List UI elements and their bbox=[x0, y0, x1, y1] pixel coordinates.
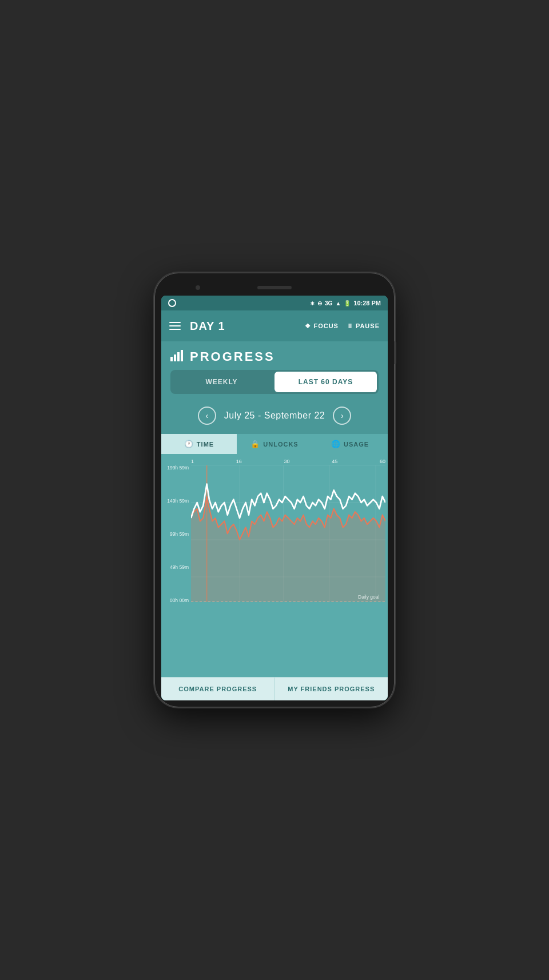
y-label-49: 49h 59m bbox=[166, 565, 189, 570]
time-tab[interactable]: 🕐 TIME bbox=[161, 434, 237, 454]
x-label-30: 30 bbox=[284, 459, 289, 464]
progress-title: PROGRESS bbox=[190, 349, 275, 364]
x-label-45: 45 bbox=[332, 459, 337, 464]
x-label-16: 16 bbox=[236, 459, 242, 464]
date-range: July 25 - September 22 bbox=[224, 411, 325, 421]
metric-tabs: 🕐 TIME 🔒 UNLOCKS 🌐 USAGE bbox=[161, 434, 388, 454]
clock-icon: 🕐 bbox=[184, 440, 194, 448]
focus-icon: ❖ bbox=[305, 322, 311, 330]
x-label-60: 60 bbox=[380, 459, 385, 464]
y-label-199: 199h 59m bbox=[166, 465, 189, 471]
signal-icon: ▲ bbox=[335, 300, 341, 306]
phone-shell: ∗ ⊖ 3G ▲ 🔋 10:28 PM DAY 1 ❖ FOCUS ⏸ bbox=[154, 273, 395, 707]
power-button[interactable] bbox=[394, 341, 396, 364]
y-label-149: 149h 59m bbox=[166, 499, 189, 504]
next-date-button[interactable]: › bbox=[333, 407, 351, 425]
chart-y-labels: 199h 59m 149h 59m 99h 59m 49h 59m 00h 00… bbox=[164, 465, 191, 614]
usage-tab-label: USAGE bbox=[344, 441, 369, 448]
menu-button[interactable] bbox=[169, 322, 181, 330]
last60-tab[interactable]: LAST 60 DAYS bbox=[274, 372, 377, 392]
unlocks-tab[interactable]: 🔒 UNLOCKS bbox=[237, 434, 312, 454]
dnd-icon: ⊖ bbox=[317, 300, 322, 306]
y-label-99: 99h 59m bbox=[166, 532, 189, 537]
battery-icon: 🔋 bbox=[344, 300, 351, 306]
bluetooth-icon: ∗ bbox=[310, 300, 315, 306]
date-end: September 22 bbox=[264, 411, 325, 420]
network-icon: 3G bbox=[325, 300, 332, 306]
focus-button[interactable]: ❖ FOCUS bbox=[305, 322, 339, 330]
progress-header: PROGRESS bbox=[161, 341, 388, 370]
chart-area: Daily goal bbox=[191, 465, 385, 614]
prev-date-button[interactable]: ‹ bbox=[198, 407, 216, 425]
speaker bbox=[257, 286, 292, 289]
svg-text:Daily goal: Daily goal bbox=[358, 594, 379, 600]
date-start: July 25 bbox=[224, 411, 255, 420]
chart-wrapper: 199h 59m 149h 59m 99h 59m 49h 59m 00h 00… bbox=[161, 465, 388, 614]
chart-container: 1 16 30 45 60 199h 59m 149h 59m 99h 59m … bbox=[161, 454, 388, 677]
status-right: ∗ ⊖ 3G ▲ 🔋 10:28 PM bbox=[310, 300, 381, 306]
weekly-tab[interactable]: WEEKLY bbox=[170, 370, 273, 394]
date-separator: - bbox=[258, 411, 264, 420]
compare-progress-button[interactable]: COMPARE PROGRESS bbox=[161, 678, 275, 700]
app-title: DAY 1 bbox=[190, 320, 305, 333]
period-tab-switcher: WEEKLY LAST 60 DAYS bbox=[170, 370, 379, 394]
camera bbox=[196, 285, 200, 290]
date-navigator: ‹ July 25 - September 22 › bbox=[161, 402, 388, 434]
usage-tab[interactable]: 🌐 USAGE bbox=[312, 434, 388, 454]
unlocks-tab-label: UNLOCKS bbox=[263, 441, 298, 448]
y-label-0: 00h 00m bbox=[166, 598, 189, 603]
svg-rect-3 bbox=[181, 350, 183, 361]
svg-rect-1 bbox=[174, 354, 176, 361]
friends-progress-button[interactable]: MY FRIENDS PROGRESS bbox=[275, 678, 388, 700]
phone-top-bar bbox=[161, 280, 388, 296]
header-actions: ❖ FOCUS ⏸ PAUSE bbox=[305, 322, 380, 330]
status-bar: ∗ ⊖ 3G ▲ 🔋 10:28 PM bbox=[161, 296, 388, 310]
progress-icon bbox=[170, 350, 184, 364]
chart-x-labels: 1 16 30 45 60 bbox=[161, 459, 388, 464]
status-left bbox=[168, 299, 176, 307]
app-header: DAY 1 ❖ FOCUS ⏸ PAUSE bbox=[161, 310, 388, 341]
svg-rect-0 bbox=[170, 357, 173, 361]
bottom-actions: COMPARE PROGRESS MY FRIENDS PROGRESS bbox=[161, 677, 388, 700]
lock-icon: 🔒 bbox=[250, 440, 260, 448]
svg-rect-2 bbox=[177, 352, 180, 361]
pause-icon: ⏸ bbox=[347, 322, 353, 329]
x-label-1: 1 bbox=[191, 459, 194, 464]
notification-icon bbox=[168, 299, 176, 307]
phone-screen: ∗ ⊖ 3G ▲ 🔋 10:28 PM DAY 1 ❖ FOCUS ⏸ bbox=[161, 296, 388, 700]
main-content: PROGRESS WEEKLY LAST 60 DAYS ‹ July 25 -… bbox=[161, 341, 388, 700]
time-display: 10:28 PM bbox=[353, 300, 381, 306]
chart-svg: Daily goal bbox=[191, 465, 385, 614]
pause-button[interactable]: ⏸ PAUSE bbox=[347, 322, 380, 329]
time-tab-label: TIME bbox=[197, 441, 214, 448]
usage-icon: 🌐 bbox=[331, 440, 341, 448]
